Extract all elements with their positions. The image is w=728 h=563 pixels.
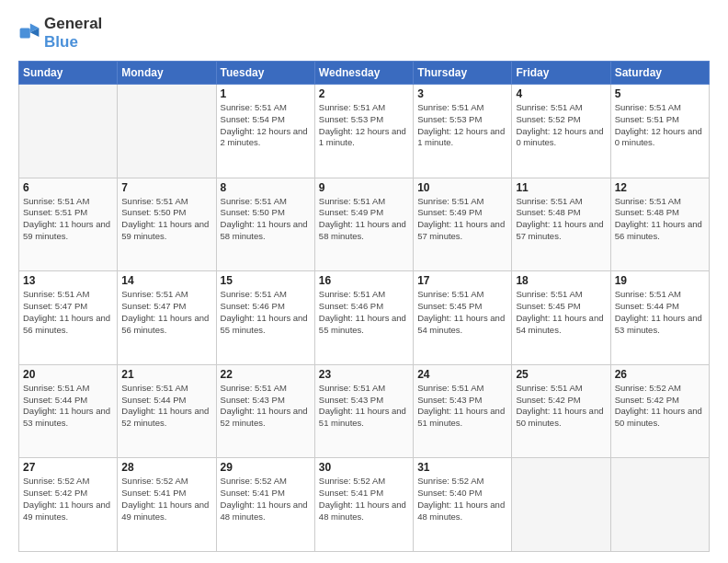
calendar-cell: 1Sunrise: 5:51 AMSunset: 5:54 PMDaylight… — [216, 85, 314, 178]
day-number: 12 — [615, 181, 705, 194]
day-info: Sunrise: 5:51 AMSunset: 5:45 PMDaylight:… — [417, 289, 507, 336]
logo-text: General Blue — [44, 15, 102, 52]
day-info: Sunrise: 5:51 AMSunset: 5:49 PMDaylight:… — [319, 196, 409, 243]
calendar-cell: 20Sunrise: 5:51 AMSunset: 5:44 PMDayligh… — [19, 364, 118, 458]
day-number: 19 — [615, 274, 705, 287]
day-info: Sunrise: 5:51 AMSunset: 5:47 PMDaylight:… — [121, 289, 211, 336]
day-info: Sunrise: 5:51 AMSunset: 5:44 PMDaylight:… — [615, 289, 705, 336]
day-number: 3 — [417, 87, 507, 100]
day-number: 16 — [319, 274, 409, 287]
calendar-cell: 6Sunrise: 5:51 AMSunset: 5:51 PMDaylight… — [19, 178, 118, 271]
day-info: Sunrise: 5:51 AMSunset: 5:46 PMDaylight:… — [221, 289, 311, 336]
calendar-table: SundayMondayTuesdayWednesdayThursdayFrid… — [18, 61, 710, 552]
day-number: 31 — [417, 461, 507, 474]
day-number: 27 — [23, 461, 113, 474]
calendar-cell — [118, 85, 216, 178]
day-number: 17 — [417, 274, 507, 287]
calendar-cell: 26Sunrise: 5:52 AMSunset: 5:42 PMDayligh… — [610, 364, 709, 458]
calendar-cell: 5Sunrise: 5:51 AMSunset: 5:51 PMDaylight… — [610, 85, 709, 178]
calendar-cell: 7Sunrise: 5:51 AMSunset: 5:50 PMDaylight… — [118, 178, 216, 271]
col-header-saturday: Saturday — [610, 62, 709, 85]
calendar-cell: 8Sunrise: 5:51 AMSunset: 5:50 PMDaylight… — [216, 178, 314, 271]
day-info: Sunrise: 5:52 AMSunset: 5:41 PMDaylight:… — [121, 476, 211, 523]
day-info: Sunrise: 5:51 AMSunset: 5:54 PMDaylight:… — [221, 102, 311, 149]
day-info: Sunrise: 5:52 AMSunset: 5:42 PMDaylight:… — [23, 476, 113, 523]
day-number: 9 — [319, 181, 409, 194]
header: General Blue — [18, 15, 710, 52]
calendar-cell: 14Sunrise: 5:51 AMSunset: 5:47 PMDayligh… — [118, 271, 216, 365]
day-number: 20 — [23, 368, 113, 381]
day-info: Sunrise: 5:51 AMSunset: 5:49 PMDaylight:… — [417, 196, 507, 243]
day-info: Sunrise: 5:52 AMSunset: 5:41 PMDaylight:… — [221, 476, 311, 523]
day-number: 5 — [615, 87, 705, 100]
calendar-cell: 31Sunrise: 5:52 AMSunset: 5:40 PMDayligh… — [414, 458, 512, 552]
col-header-sunday: Sunday — [19, 62, 118, 85]
day-info: Sunrise: 5:51 AMSunset: 5:43 PMDaylight:… — [319, 383, 409, 430]
calendar-cell: 17Sunrise: 5:51 AMSunset: 5:45 PMDayligh… — [414, 271, 512, 365]
day-number: 30 — [319, 461, 409, 474]
calendar-cell — [512, 458, 610, 552]
day-number: 21 — [121, 368, 211, 381]
day-info: Sunrise: 5:51 AMSunset: 5:43 PMDaylight:… — [417, 383, 507, 430]
calendar-cell: 24Sunrise: 5:51 AMSunset: 5:43 PMDayligh… — [414, 364, 512, 458]
calendar-cell: 29Sunrise: 5:52 AMSunset: 5:41 PMDayligh… — [216, 458, 314, 552]
calendar-cell: 11Sunrise: 5:51 AMSunset: 5:48 PMDayligh… — [512, 178, 610, 271]
calendar-cell — [610, 458, 709, 552]
day-info: Sunrise: 5:51 AMSunset: 5:43 PMDaylight:… — [221, 383, 311, 430]
calendar-cell: 4Sunrise: 5:51 AMSunset: 5:52 PMDaylight… — [512, 85, 610, 178]
day-info: Sunrise: 5:51 AMSunset: 5:53 PMDaylight:… — [417, 102, 507, 149]
day-info: Sunrise: 5:51 AMSunset: 5:45 PMDaylight:… — [516, 289, 606, 336]
logo: General Blue — [18, 15, 102, 52]
calendar-cell: 12Sunrise: 5:51 AMSunset: 5:48 PMDayligh… — [610, 178, 709, 271]
col-header-monday: Monday — [118, 62, 216, 85]
day-info: Sunrise: 5:51 AMSunset: 5:53 PMDaylight:… — [319, 102, 409, 149]
col-header-tuesday: Tuesday — [216, 62, 314, 85]
day-info: Sunrise: 5:51 AMSunset: 5:47 PMDaylight:… — [23, 289, 113, 336]
day-number: 7 — [121, 181, 211, 194]
day-number: 1 — [221, 87, 311, 100]
day-info: Sunrise: 5:51 AMSunset: 5:50 PMDaylight:… — [121, 196, 211, 243]
day-info: Sunrise: 5:51 AMSunset: 5:50 PMDaylight:… — [221, 196, 311, 243]
calendar-cell: 18Sunrise: 5:51 AMSunset: 5:45 PMDayligh… — [512, 271, 610, 365]
calendar-cell: 15Sunrise: 5:51 AMSunset: 5:46 PMDayligh… — [216, 271, 314, 365]
calendar-cell — [19, 85, 118, 178]
day-number: 2 — [319, 87, 409, 100]
day-info: Sunrise: 5:51 AMSunset: 5:48 PMDaylight:… — [516, 196, 606, 243]
calendar-cell: 23Sunrise: 5:51 AMSunset: 5:43 PMDayligh… — [314, 364, 413, 458]
calendar-cell: 22Sunrise: 5:51 AMSunset: 5:43 PMDayligh… — [216, 364, 314, 458]
day-info: Sunrise: 5:51 AMSunset: 5:51 PMDaylight:… — [23, 196, 113, 243]
day-info: Sunrise: 5:51 AMSunset: 5:42 PMDaylight:… — [516, 383, 606, 430]
day-number: 14 — [121, 274, 211, 287]
calendar-cell: 16Sunrise: 5:51 AMSunset: 5:46 PMDayligh… — [314, 271, 413, 365]
calendar-cell: 25Sunrise: 5:51 AMSunset: 5:42 PMDayligh… — [512, 364, 610, 458]
day-info: Sunrise: 5:51 AMSunset: 5:52 PMDaylight:… — [516, 102, 606, 149]
day-number: 4 — [516, 87, 606, 100]
day-number: 13 — [23, 274, 113, 287]
calendar-cell: 9Sunrise: 5:51 AMSunset: 5:49 PMDaylight… — [314, 178, 413, 271]
svg-rect-0 — [20, 28, 30, 38]
calendar-cell: 2Sunrise: 5:51 AMSunset: 5:53 PMDaylight… — [314, 85, 413, 178]
day-number: 25 — [516, 368, 606, 381]
day-number: 29 — [221, 461, 311, 474]
calendar-cell: 30Sunrise: 5:52 AMSunset: 5:41 PMDayligh… — [314, 458, 413, 552]
day-number: 24 — [417, 368, 507, 381]
day-number: 15 — [221, 274, 311, 287]
day-info: Sunrise: 5:52 AMSunset: 5:40 PMDaylight:… — [417, 476, 507, 523]
calendar-cell: 13Sunrise: 5:51 AMSunset: 5:47 PMDayligh… — [19, 271, 118, 365]
day-number: 10 — [417, 181, 507, 194]
calendar-cell: 19Sunrise: 5:51 AMSunset: 5:44 PMDayligh… — [610, 271, 709, 365]
day-number: 23 — [319, 368, 409, 381]
page: General Blue SundayMondayTuesdayWednesda… — [0, 0, 728, 563]
day-info: Sunrise: 5:51 AMSunset: 5:46 PMDaylight:… — [319, 289, 409, 336]
col-header-thursday: Thursday — [414, 62, 512, 85]
calendar-cell: 3Sunrise: 5:51 AMSunset: 5:53 PMDaylight… — [414, 85, 512, 178]
day-info: Sunrise: 5:52 AMSunset: 5:42 PMDaylight:… — [615, 383, 705, 430]
calendar-cell: 10Sunrise: 5:51 AMSunset: 5:49 PMDayligh… — [414, 178, 512, 271]
col-header-friday: Friday — [512, 62, 610, 85]
day-number: 6 — [23, 181, 113, 194]
logo-icon — [18, 22, 40, 44]
day-number: 18 — [516, 274, 606, 287]
day-info: Sunrise: 5:51 AMSunset: 5:44 PMDaylight:… — [121, 383, 211, 430]
day-number: 22 — [221, 368, 311, 381]
calendar-cell: 28Sunrise: 5:52 AMSunset: 5:41 PMDayligh… — [118, 458, 216, 552]
